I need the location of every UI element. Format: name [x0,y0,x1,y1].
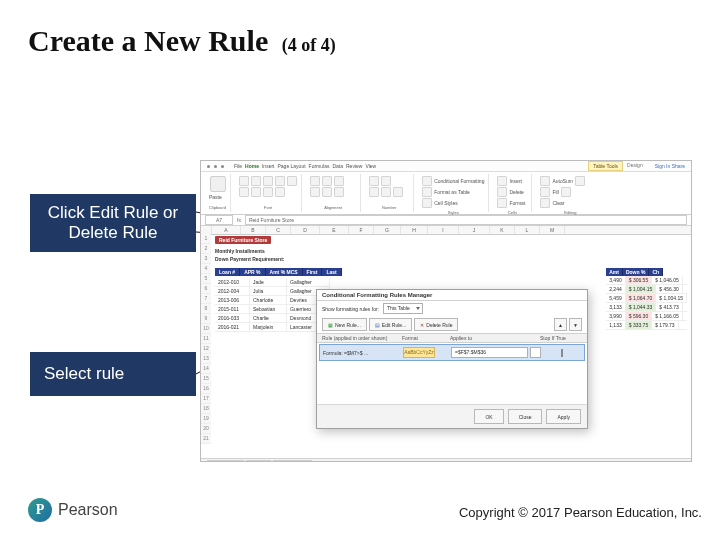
applies-cell: =$F$7:$M$36 [451,347,541,358]
align-btn[interactable] [322,187,332,197]
name-box[interactable]: A7 [205,215,233,225]
ribbon-tabs: File Home Insert Page Layout Formulas Da… [234,163,376,169]
tab-home[interactable]: Home [245,163,259,169]
pearson-brand-name: Pearson [58,501,118,519]
tab-pagelayout[interactable]: Page Layout [277,163,305,169]
group-label: Number [369,204,409,210]
sheet-sub1: Monthly Installments [215,248,265,254]
cond-format-label: Conditional Formatting [434,178,484,184]
col-rule: Rule (applied in order shown) [322,335,402,341]
num-btn[interactable] [369,187,379,197]
align-btn[interactable] [310,187,320,197]
left-table-headers: Loan #APR %Amt % MCSFirstLast [215,268,342,276]
tab-formulas[interactable]: Formulas [309,163,330,169]
move-up-button[interactable]: ▲ [554,318,567,331]
insert-btn[interactable] [497,176,507,186]
group-label: Clipboard [209,204,226,210]
sheet-heading: Reid Furniture Store [215,236,271,244]
apply-button[interactable]: Apply [546,409,581,424]
sheet-tab[interactable]: Sales Range [273,460,312,463]
ribbon-cells: Insert Delete Format Cells [493,174,532,212]
fx-icon[interactable]: fx [237,217,241,223]
format-table-btn[interactable] [422,187,432,197]
font-btn[interactable] [263,176,273,186]
callout-select-rule: Select rule [30,352,196,396]
status-bar: March Data Report Sales Range [201,458,691,462]
fill-label: Fill [552,189,558,195]
ribbon-clipboard: Paste Clipboard [205,174,231,212]
rule-desc: Formula: =$M7>$ … [323,350,403,356]
font-btn[interactable] [251,176,261,186]
autosum-btn[interactable] [540,176,550,186]
dialog-show-for: Show formatting rules for: This Table [317,301,587,316]
stop-if-true [541,350,583,356]
num-btn[interactable] [381,187,391,197]
num-btn[interactable] [381,176,391,186]
sheet-tabs: March Data Report Sales Range [207,460,312,463]
font-btn[interactable] [287,176,297,186]
paste-icon[interactable] [210,176,226,192]
slide-title: Create a New Rule (4 of 4) [28,24,336,58]
font-btn[interactable] [239,187,249,197]
show-for-select[interactable]: This Table [383,303,423,314]
move-down-button[interactable]: ▼ [569,318,582,331]
tab-review[interactable]: Review [346,163,362,169]
tab-data[interactable]: Data [332,163,343,169]
format-btn[interactable] [497,198,507,208]
right-table-headers: AmtDown %Ch [606,268,687,276]
context-tabs: Table Tools Design [588,161,647,171]
slide: Create a New Rule (4 of 4) Click Edit Ru… [0,0,720,540]
tab-insert[interactable]: Insert [262,163,275,169]
align-btn[interactable] [310,176,320,186]
signin-share[interactable]: Sign In Share [655,163,685,169]
fill-btn[interactable] [540,187,550,197]
font-btn[interactable] [239,176,249,186]
formula-box[interactable]: Reid Furniture Store [245,215,687,225]
delete-rule-button[interactable]: ✕ Delete Rule [414,318,458,331]
find-btn[interactable] [561,187,571,197]
context-tab-design[interactable]: Design [623,161,647,171]
tab-file[interactable]: File [234,163,242,169]
font-btn[interactable] [275,176,285,186]
clear-btn[interactable] [540,198,550,208]
paste-label: Paste [209,194,226,200]
font-btn[interactable] [275,187,285,197]
excel-titlebar: File Home Insert Page Layout Formulas Da… [201,161,691,172]
delete-icon: ✕ [420,322,424,328]
num-btn[interactable] [369,176,379,186]
ribbon-styles: Conditional Formatting Format as Table C… [418,174,489,212]
close-button[interactable]: Close [508,409,543,424]
rule-row-selected[interactable]: Formula: =$M7>$ … AaBbCcYyZz =$F$7:$M$36 [319,344,585,361]
sheet-tab[interactable]: Report [246,460,271,463]
excel-screenshot: File Home Insert Page Layout Formulas Da… [200,160,692,462]
align-btn[interactable] [334,187,344,197]
range-picker-icon[interactable] [530,347,541,358]
new-icon: ▦ [328,322,333,328]
delete-label: Delete [509,189,523,195]
formula-bar: A7 fx Reid Furniture Store [201,215,691,226]
sheet-body: Reid Furniture Store Monthly Installment… [211,234,691,458]
group-label: Font [239,204,297,210]
align-btn[interactable] [334,176,344,186]
cond-format-btn[interactable] [422,176,432,186]
cell-styles-btn[interactable] [422,198,432,208]
ribbon-alignment: Alignment [306,174,361,212]
sheet-tab[interactable]: March Data [207,460,244,463]
edit-icon: ▤ [375,322,380,328]
rule-list-empty-area [317,362,587,404]
ok-button[interactable]: OK [474,409,503,424]
worksheet[interactable]: ABC DEF GHI JKL M 1234567891011121314151… [201,226,691,458]
edit-rule-button[interactable]: ▤ Edit Rule... [369,318,412,331]
num-btn[interactable] [393,187,403,197]
applies-to-input[interactable]: =$F$7:$M$36 [451,347,528,358]
stop-checkbox[interactable] [561,349,563,357]
title-text: Create a New Rule [28,24,268,57]
context-tab-group: Table Tools [588,161,623,171]
font-btn[interactable] [251,187,261,197]
new-rule-button[interactable]: ▦ New Rule... [322,318,367,331]
sort-btn[interactable] [575,176,585,186]
tab-view[interactable]: View [365,163,376,169]
align-btn[interactable] [322,176,332,186]
font-btn[interactable] [263,187,273,197]
delete-btn[interactable] [497,187,507,197]
